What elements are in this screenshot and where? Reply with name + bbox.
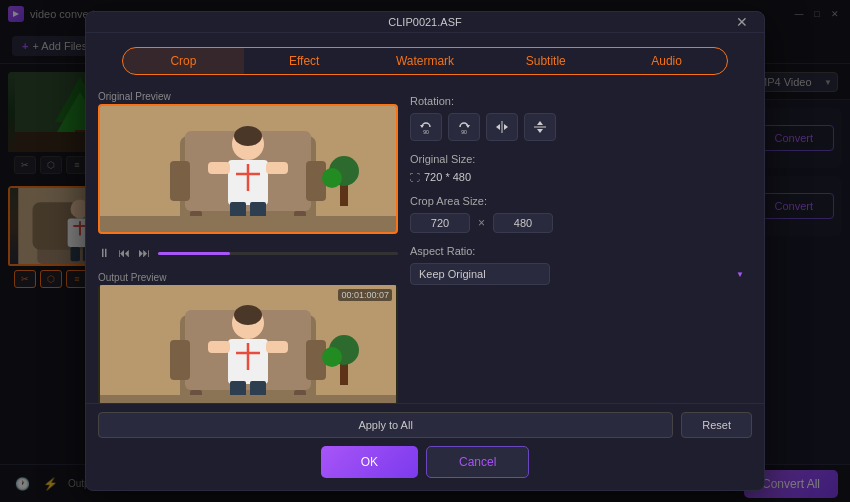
aspect-ratio-select[interactable]: Keep Original 4:3 16:9 1:1 xyxy=(410,263,550,285)
prev-frame-button[interactable]: ⏮ xyxy=(118,246,130,260)
video-controls: ⏸ ⏮ ⏭ xyxy=(98,242,398,264)
svg-marker-69 xyxy=(537,129,543,133)
svg-text:90: 90 xyxy=(423,129,429,135)
svg-rect-29 xyxy=(266,162,288,174)
svg-rect-34 xyxy=(100,216,396,234)
tab-subtitle[interactable]: Subtitle xyxy=(485,48,606,74)
app-window: video converter — □ ✕ + + Add Files ⟳ Lo… xyxy=(0,0,850,502)
crop-area-group: Crop Area Size: × xyxy=(410,195,752,233)
original-size-group: Original Size: ⛶ 720 * 480 xyxy=(410,153,752,183)
play-pause-button[interactable]: ⏸ xyxy=(98,246,110,260)
aspect-ratio-label: Aspect Ratio: xyxy=(410,245,752,257)
svg-point-37 xyxy=(322,168,342,188)
progress-fill xyxy=(158,252,230,255)
svg-marker-68 xyxy=(537,121,543,125)
svg-text:90: 90 xyxy=(461,129,467,135)
original-preview-container: Original Preview xyxy=(98,91,398,234)
ok-button[interactable]: OK xyxy=(321,446,418,478)
tab-watermark[interactable]: Watermark xyxy=(365,48,486,74)
output-preview-box: 00:01:00:07 xyxy=(98,285,398,403)
flip-horizontal-button[interactable] xyxy=(486,113,518,141)
crop-inputs: × xyxy=(410,213,752,233)
svg-rect-56 xyxy=(100,395,396,403)
svg-rect-50 xyxy=(208,341,230,353)
original-size-value: ⛶ 720 * 480 xyxy=(410,171,752,183)
next-frame-button[interactable]: ⏭ xyxy=(138,246,150,260)
svg-rect-19 xyxy=(170,161,190,201)
svg-rect-51 xyxy=(266,341,288,353)
dialog-close-button[interactable]: ✕ xyxy=(732,12,752,32)
svg-marker-65 xyxy=(496,124,500,130)
progress-bar[interactable] xyxy=(158,252,398,255)
rotate-ccw-90-button[interactable]: 90 xyxy=(410,113,442,141)
settings-section: Rotation: 90 90 xyxy=(410,91,752,395)
original-preview-label: Original Preview xyxy=(98,91,398,102)
svg-marker-60 xyxy=(420,125,424,128)
svg-rect-41 xyxy=(170,340,190,380)
cancel-button[interactable]: Cancel xyxy=(426,446,529,478)
tab-crop[interactable]: Crop xyxy=(123,48,244,74)
output-preview-label: Output Preview xyxy=(98,272,398,283)
dialog-filename: CLIP0021.ASF xyxy=(388,16,461,28)
crop-width-input[interactable] xyxy=(410,213,470,233)
crop-dialog: CLIP0021.ASF ✕ Crop Effect Watermark Sub… xyxy=(85,11,765,491)
apply-to-all-button[interactable]: Apply to All xyxy=(98,412,673,438)
rotation-label: Rotation: xyxy=(410,95,752,107)
svg-rect-28 xyxy=(208,162,230,174)
crop-area-label: Crop Area Size: xyxy=(410,195,752,207)
preview-section: Original Preview xyxy=(98,91,398,395)
apply-row: Apply to All Reset xyxy=(98,412,752,438)
timestamp: 00:01:00:07 xyxy=(338,289,392,301)
svg-point-46 xyxy=(234,305,262,325)
size-icon: ⛶ xyxy=(410,172,420,183)
rotation-group: Rotation: 90 90 xyxy=(410,95,752,141)
svg-point-59 xyxy=(322,347,342,367)
svg-point-24 xyxy=(234,126,262,146)
original-preview-box xyxy=(98,104,398,234)
ok-cancel-row: OK Cancel xyxy=(98,446,752,478)
reset-button[interactable]: Reset xyxy=(681,412,752,438)
tab-bar: Crop Effect Watermark Subtitle Audio xyxy=(122,47,728,75)
original-size-label: Original Size: xyxy=(410,153,752,165)
tab-audio[interactable]: Audio xyxy=(606,48,727,74)
tab-effect[interactable]: Effect xyxy=(244,48,365,74)
output-preview-container: Output Preview 00:01:00:07 xyxy=(98,272,398,403)
dialog-overlay: CLIP0021.ASF ✕ Crop Effect Watermark Sub… xyxy=(0,0,850,502)
rotation-buttons: 90 90 xyxy=(410,113,752,141)
dialog-header: CLIP0021.ASF ✕ xyxy=(86,12,764,33)
svg-marker-66 xyxy=(504,124,508,130)
size-text: 720 * 480 xyxy=(424,171,471,183)
crop-height-input[interactable] xyxy=(493,213,553,233)
flip-vertical-button[interactable] xyxy=(524,113,556,141)
rotate-cw-90-button[interactable]: 90 xyxy=(448,113,480,141)
dialog-footer: Apply to All Reset OK Cancel xyxy=(86,403,764,490)
svg-marker-62 xyxy=(466,125,470,128)
aspect-select-wrapper: Keep Original 4:3 16:9 1:1 xyxy=(410,263,752,285)
aspect-ratio-group: Aspect Ratio: Keep Original 4:3 16:9 1:1 xyxy=(410,245,752,285)
crop-x-separator: × xyxy=(478,216,485,230)
dialog-body: Original Preview xyxy=(86,83,764,403)
